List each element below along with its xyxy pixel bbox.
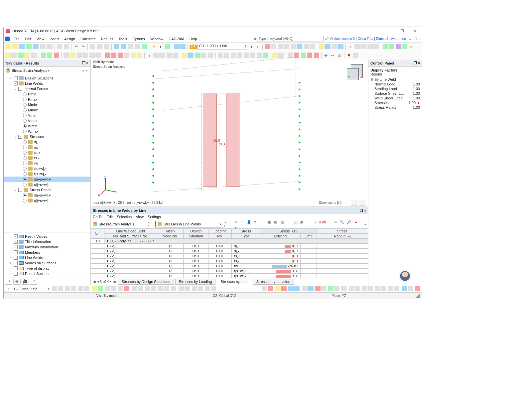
mdi-restore-icon[interactable]: ❐ [413,37,417,41]
bb-r[interactable] [164,286,169,291]
checkbox[interactable] [18,87,22,91]
menu-file[interactable]: File [11,37,22,41]
bb-ln5[interactable] [375,286,380,291]
tree-item[interactable]: ›Type of display [4,266,90,271]
tb-doc-icon[interactable] [64,44,69,49]
gt-12[interactable]: ✂ [333,219,339,225]
t2-an[interactable] [278,53,284,58]
t2-am[interactable] [272,53,278,58]
tree-item[interactable]: σ|j+s+w|,- [4,198,90,203]
tb-bolt-icon[interactable]: ⚡ [151,44,157,50]
t2-eye2[interactable]: ⇔ [330,53,336,59]
tb-new-icon[interactable] [5,44,11,49]
t2-ar[interactable] [307,53,312,58]
t2-d[interactable] [24,53,30,58]
gt-15[interactable]: ● [353,219,359,225]
radio[interactable] [23,130,27,133]
tb-view1-icon[interactable] [90,44,95,49]
bb-sh2[interactable] [308,286,314,291]
radio[interactable] [23,124,27,128]
tb-t4-icon[interactable] [402,44,407,49]
panel-close-icon[interactable]: × [86,61,88,65]
tb-calc1-icon[interactable] [114,44,119,49]
tb-q4-icon[interactable] [367,44,373,49]
t2-x1[interactable]: ✖ [346,53,352,59]
tree-item[interactable]: σ|j+s+w|,+ [4,177,90,182]
tree-item[interactable]: ›Design Situations [4,75,90,81]
tree-item[interactable]: Vmax [4,118,90,123]
bb-a[interactable] [52,286,57,291]
tb-q2-icon[interactable] [354,44,360,49]
bb-end3[interactable] [415,286,420,291]
tb-clip-icon[interactable] [57,44,62,49]
bb-q[interactable] [158,286,163,291]
radio[interactable] [23,183,27,187]
bb-z2[interactable] [268,286,273,291]
menu-window[interactable]: Window [148,37,166,41]
gt-10[interactable]: Ŧ [313,219,319,225]
checkbox[interactable] [14,245,18,249]
bb-k[interactable] [118,286,123,291]
radio[interactable] [23,199,27,202]
radio[interactable] [23,114,27,117]
t2-warn[interactable]: ⚠ [336,53,342,59]
tb-view2-icon[interactable] [97,44,102,49]
viewport-3d[interactable]: Visibility mode Stress-Strain Analysis m… [91,60,368,207]
analysis-selector[interactable]: Stress-Strain Analysis ◂ ▸ [4,67,90,74]
bb-e[interactable] [78,286,83,291]
tree-item[interactable]: Pmax [4,97,90,102]
minimize-button[interactable]: — [384,27,395,35]
t2-p[interactable] [111,53,116,58]
tb-t3-icon[interactable] [396,44,401,49]
tree-item[interactable]: Vmin [4,113,90,118]
radio[interactable] [23,194,27,197]
bb-y[interactable] [211,286,216,291]
t2-w[interactable] [159,53,165,58]
tree-item[interactable]: τs,+ [4,150,90,155]
cp-row[interactable]: Surface Shear L...1.00 [370,91,420,96]
col-ratio[interactable]: Stress [317,229,368,234]
tb-r6-icon[interactable] [297,44,302,49]
load-combo[interactable]: CO1 1.20D + 1.60L [198,44,247,50]
bb-ln4[interactable] [368,286,373,291]
tb-printer-icon[interactable] [47,44,53,49]
t2-ak[interactable] [257,53,262,58]
cp-float-icon[interactable]: ❐ [414,61,417,65]
bb-z4[interactable] [281,286,287,291]
tb-q1-icon[interactable]: ⌂ [347,44,353,50]
menu-calculate[interactable]: Calculate [78,37,98,41]
cp-row[interactable]: Bending Load1.00 [370,86,420,91]
bb-ln1[interactable] [349,286,354,291]
t2-k[interactable] [76,53,82,58]
menu-cad-bim[interactable]: CAD-BIM [166,37,187,41]
checkbox[interactable] [14,81,18,85]
tb-q5-icon[interactable] [373,44,379,49]
grid-result-combo[interactable]: Stresses in Line Welds [155,221,223,227]
bb-sh4[interactable] [321,286,327,291]
radio[interactable] [23,108,27,112]
bb-s[interactable] [171,286,176,291]
grid-float-icon[interactable]: ❐ [360,208,363,212]
tb-s4-icon[interactable] [338,44,343,49]
panel-float-icon[interactable]: ❐ [82,61,85,65]
cp-row[interactable]: Stresses1.00◄ [370,100,420,105]
table-row[interactable]: 1 - 2,113DS1CO1τs,+ 0.1 [91,254,368,259]
result-tab[interactable]: Stresses by Design Situations [118,279,174,285]
t2-ag[interactable] [231,53,236,58]
assistant-avatar[interactable] [399,270,411,282]
menu-results[interactable]: Results [98,37,116,41]
navbb-1[interactable]: ⇄ [5,279,12,285]
search-input[interactable] [257,36,324,42]
gt-8[interactable]: 📊 [293,219,299,225]
checkbox[interactable] [14,266,18,270]
table-row[interactable]: 1 - 2,113DS1CO1τw -26.8 ! [91,264,368,269]
tb-calc4-icon[interactable] [135,44,140,49]
search-go-icon[interactable]: ≡⁰ [324,37,330,41]
cp-group[interactable]: By Line Weld [374,77,396,81]
tb-s1-icon[interactable] [319,44,325,49]
t2-eye1[interactable]: 👁 [323,53,329,59]
t2-o[interactable] [105,53,110,58]
radio[interactable] [23,98,27,101]
t2-e[interactable] [31,53,37,58]
bb-p[interactable] [151,286,156,291]
